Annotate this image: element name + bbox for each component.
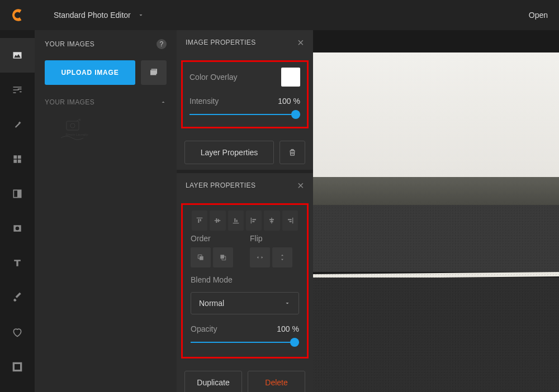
blend-mode-select[interactable]: Normal bbox=[191, 292, 299, 314]
layer-properties-highlight: Order Flip Blend Mode bbox=[181, 203, 309, 358]
canvas-image bbox=[313, 52, 559, 392]
tool-magic[interactable] bbox=[0, 107, 35, 142]
heart-icon bbox=[12, 327, 23, 338]
sliders-icon bbox=[12, 84, 23, 95]
frame-icon bbox=[12, 361, 23, 372]
camera-icon bbox=[12, 223, 23, 234]
grid-icon bbox=[12, 154, 23, 165]
order-label: Order bbox=[191, 234, 233, 243]
flip-vertical-button[interactable] bbox=[272, 247, 292, 267]
opacity-label: Opacity bbox=[191, 324, 217, 333]
delete-image-button[interactable] bbox=[280, 141, 305, 164]
your-images-title: YOUR IMAGES bbox=[45, 40, 94, 48]
blend-mode-label: Blend Mode bbox=[191, 275, 299, 284]
app-title-dropdown[interactable]: Standard Photo Editor bbox=[54, 11, 144, 20]
align-hcenter-button[interactable] bbox=[264, 211, 280, 231]
app-logo bbox=[11, 8, 26, 22]
properties-panel: IMAGE PROPERTIES × Color Overlay Intensi… bbox=[177, 30, 313, 392]
tool-overlay[interactable] bbox=[0, 176, 35, 211]
app-title-label: Standard Photo Editor bbox=[54, 11, 131, 20]
your-images-sub-label: YOUR IMAGES bbox=[45, 98, 94, 106]
image-icon bbox=[12, 50, 23, 61]
align-left-button[interactable] bbox=[246, 211, 262, 231]
layer-properties-button[interactable]: Layer Properties bbox=[184, 141, 274, 164]
stock-images-button[interactable] bbox=[141, 60, 167, 85]
send-backward-icon bbox=[219, 253, 228, 262]
flip-horizontal-button[interactable] bbox=[250, 247, 270, 267]
opacity-value: 100 bbox=[277, 324, 290, 333]
layer-properties-title: LAYER PROPERTIES bbox=[186, 181, 255, 189]
text-icon bbox=[12, 257, 23, 269]
align-right-icon bbox=[286, 216, 295, 225]
intensity-value: 100 bbox=[278, 97, 291, 106]
delete-button[interactable]: Delete bbox=[248, 371, 305, 392]
close-layer-properties[interactable]: × bbox=[297, 180, 304, 191]
chevron-up-icon bbox=[160, 99, 167, 106]
tool-draw[interactable] bbox=[0, 280, 35, 315]
help-button[interactable]: ? bbox=[157, 39, 167, 49]
align-right-button[interactable] bbox=[282, 211, 298, 231]
flip-v-icon bbox=[278, 253, 287, 262]
tool-rail bbox=[0, 30, 35, 392]
your-images-section-toggle[interactable]: YOUR IMAGES bbox=[45, 98, 167, 106]
align-vcenter-button[interactable] bbox=[210, 211, 225, 231]
align-hcenter-icon bbox=[267, 216, 276, 225]
align-left-icon bbox=[249, 216, 258, 225]
color-overlay-label: Color Overlay bbox=[190, 73, 238, 82]
tool-text[interactable] bbox=[0, 246, 35, 280]
tool-favorites[interactable] bbox=[0, 315, 35, 350]
upload-image-button[interactable]: UPLOAD IMAGE bbox=[45, 60, 135, 85]
svg-text:Simon Laundry: Simon Laundry bbox=[65, 133, 88, 136]
chevron-down-icon bbox=[284, 300, 291, 307]
duplicate-button[interactable]: Duplicate bbox=[184, 371, 242, 392]
image-properties-title: IMAGE PROPERTIES bbox=[186, 39, 256, 46]
image-properties-highlight: Color Overlay Intensity 100 % bbox=[181, 60, 309, 128]
bring-forward-button[interactable] bbox=[191, 247, 211, 267]
opacity-unit: % bbox=[292, 324, 299, 333]
tool-adjust[interactable] bbox=[0, 73, 35, 107]
tool-resize[interactable] bbox=[0, 350, 35, 384]
chevron-down-icon bbox=[138, 12, 144, 18]
svg-point-1 bbox=[70, 123, 75, 128]
tool-elements[interactable] bbox=[0, 142, 35, 176]
color-overlay-swatch[interactable] bbox=[281, 68, 300, 87]
flip-label: Flip bbox=[250, 234, 292, 243]
align-top-button[interactable] bbox=[192, 211, 207, 231]
blend-mode-value: Normal bbox=[199, 299, 224, 308]
bring-forward-icon bbox=[196, 253, 205, 262]
tool-images[interactable] bbox=[0, 38, 35, 73]
left-panel: YOUR IMAGES ? UPLOAD IMAGE YOUR IMAGES S… bbox=[35, 30, 177, 392]
opacity-slider[interactable] bbox=[191, 338, 299, 347]
overlay-icon bbox=[12, 188, 23, 199]
close-image-properties[interactable]: × bbox=[297, 37, 304, 48]
align-vcenter-icon bbox=[213, 216, 222, 225]
align-top-icon bbox=[195, 216, 204, 225]
svg-rect-0 bbox=[67, 121, 79, 130]
tool-frames[interactable] bbox=[0, 211, 35, 246]
send-backward-button[interactable] bbox=[213, 247, 233, 267]
open-button[interactable]: Open bbox=[529, 11, 548, 20]
image-thumbnail[interactable]: Simon Laundry bbox=[53, 114, 97, 147]
intensity-label: Intensity bbox=[190, 97, 219, 106]
intensity-slider[interactable] bbox=[190, 110, 300, 119]
intensity-unit: % bbox=[293, 97, 300, 106]
trash-icon bbox=[288, 148, 297, 157]
align-bottom-button[interactable] bbox=[228, 211, 244, 231]
wand-icon bbox=[12, 119, 23, 130]
flip-h-icon bbox=[255, 253, 264, 262]
photos-icon bbox=[149, 68, 159, 78]
align-bottom-icon bbox=[231, 216, 240, 225]
brush-icon bbox=[12, 292, 23, 303]
top-bar: Standard Photo Editor Open bbox=[0, 0, 559, 30]
canvas-area[interactable] bbox=[313, 30, 559, 392]
